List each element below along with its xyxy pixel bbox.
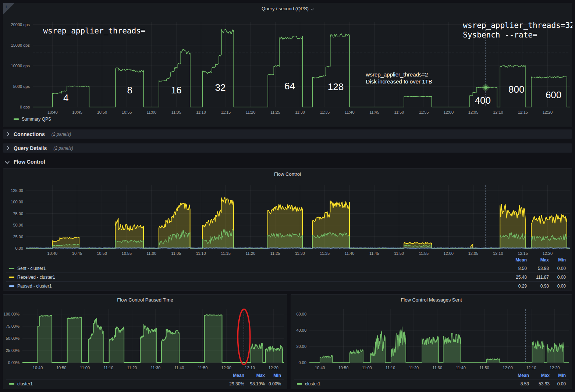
svg-text:11:50: 11:50: [394, 251, 404, 256]
svg-text:11:55: 11:55: [419, 251, 429, 256]
svg-text:11:05: 11:05: [171, 251, 181, 256]
row-header-flow-control[interactable]: Flow Control: [3, 157, 572, 166]
svg-text:11:30: 11:30: [295, 110, 305, 114]
panel-flow-control: Flow Control 10:4010:4510:5010:5511:0011…: [3, 168, 572, 291]
svg-text:20000 qps: 20000 qps: [11, 22, 30, 27]
svg-text:11:25: 11:25: [270, 251, 280, 256]
panel-title-paused-time[interactable]: Flow Control Paused Time: [3, 297, 287, 303]
svg-text:11:10: 11:10: [386, 366, 395, 370]
svg-text:12:05: 12:05: [468, 251, 479, 256]
legend-stat-value: 98.19%: [244, 381, 265, 386]
svg-text:12:15: 12:15: [518, 251, 528, 256]
svg-text:12:20: 12:20: [268, 366, 278, 370]
legend-stat-col-min[interactable]: Min: [550, 373, 566, 378]
svg-text:11:50: 11:50: [394, 110, 404, 114]
svg-text:10:50: 10:50: [97, 251, 107, 256]
messages-sent-chart[interactable]: 10:4010:5011:0011:1011:2011:3011:4011:50…: [291, 295, 572, 372]
row-header-query-details[interactable]: Query Details (2 panels): [3, 143, 572, 153]
svg-text:11:10: 11:10: [196, 110, 206, 114]
legend-label[interactable]: cluster1: [9, 381, 221, 386]
legend-stat-value: 0.00: [550, 381, 566, 386]
panel-title-flow-control[interactable]: Flow Control: [3, 171, 572, 177]
svg-text:12:20: 12:20: [550, 366, 560, 370]
svg-text:100.00: 100.00: [11, 200, 23, 204]
flow-control-chart[interactable]: 10:4010:4510:5010:5511:0011:0511:1011:15…: [3, 169, 572, 257]
svg-text:11:30: 11:30: [151, 366, 161, 370]
legend-label[interactable]: Received - cluster1: [9, 275, 494, 280]
panel-title-qps[interactable]: Query / second (QPS): [3, 6, 572, 11]
svg-text:50.00%: 50.00%: [6, 336, 20, 341]
svg-text:5000 qps: 5000 qps: [13, 84, 30, 89]
legend-label[interactable]: Sent - cluster1: [9, 266, 494, 271]
svg-text:12:10: 12:10: [493, 251, 503, 256]
svg-text:11:35: 11:35: [320, 251, 330, 256]
svg-text:0.00: 0.00: [15, 246, 23, 250]
qps-chart[interactable]: 10:4010:4510:5010:5511:0011:0511:1011:15…: [3, 3, 572, 128]
legend-stat-col-max[interactable]: Max: [529, 373, 550, 378]
panel-title-messages-sent[interactable]: Flow Control Messages Sent: [291, 297, 572, 303]
legend-stat-col-min[interactable]: Min: [549, 257, 566, 263]
svg-text:25.00%: 25.00%: [6, 348, 20, 353]
legend-stat-col-mean[interactable]: Mean: [505, 373, 529, 378]
svg-text:10000 qps: 10000 qps: [11, 64, 30, 68]
legend-stat-value: 29.30%: [221, 381, 244, 386]
svg-text:11:50: 11:50: [198, 366, 208, 370]
svg-text:0.00: 0.00: [299, 360, 306, 365]
panel-title-text: Flow Control Messages Sent: [401, 297, 462, 303]
svg-text:11:25: 11:25: [270, 110, 280, 114]
svg-text:400: 400: [475, 95, 491, 106]
svg-text:11:55: 11:55: [419, 110, 429, 114]
legend-stat-value: 53.93: [529, 381, 550, 386]
row-header-connections[interactable]: Connections (2 panels): [3, 129, 572, 139]
legend-stat-value: 53.93: [527, 266, 549, 271]
svg-text:12:00: 12:00: [443, 251, 454, 256]
legend-row: Paused - cluster10.290.980.00: [6, 281, 569, 290]
paused-time-chart[interactable]: 10:4010:5011:0011:1011:2011:3011:4011:50…: [3, 295, 288, 372]
svg-text:11:00: 11:00: [80, 366, 90, 370]
svg-text:12:15: 12:15: [518, 110, 528, 114]
row-title: Query Details: [14, 145, 47, 151]
messages-sent-legend: MeanMaxMincluster18.5353.930.00: [294, 372, 569, 388]
svg-text:12:20: 12:20: [543, 110, 553, 114]
legend-stat-value: 8.50: [494, 266, 527, 271]
legend-label[interactable]: cluster1: [297, 381, 505, 386]
svg-text:11:30: 11:30: [432, 366, 442, 370]
legend-stat-value: 0.98: [527, 284, 549, 289]
svg-text:12:10: 12:10: [526, 366, 536, 370]
row-panel-count: (2 panels): [53, 146, 73, 151]
svg-text:12:00: 12:00: [444, 110, 454, 114]
legend-stat-value: 0.00: [549, 266, 566, 271]
legend-stat-value: 25.48: [494, 275, 527, 280]
svg-text:wsrep_applier_threads=2: wsrep_applier_threads=2: [366, 71, 428, 78]
flow-control-legend: MeanMaxMinSent - cluster18.5053.930.00Re…: [6, 256, 569, 291]
svg-text:11:10: 11:10: [196, 251, 206, 256]
qps-legend: Summary QPS: [14, 117, 51, 122]
legend-stat-col-max[interactable]: Max: [527, 257, 549, 263]
svg-text:12:00: 12:00: [221, 366, 231, 370]
svg-text:wsrep_applier_threads=: wsrep_applier_threads=: [43, 26, 145, 35]
row-title: Connections: [14, 131, 45, 137]
svg-text:11:40: 11:40: [345, 251, 355, 256]
svg-text:Disk increased to over 1TB: Disk increased to over 1TB: [366, 78, 432, 85]
svg-text:11:20: 11:20: [245, 251, 255, 256]
chevron-down-icon: [5, 159, 10, 164]
legend-label[interactable]: Paused - cluster1: [9, 284, 494, 289]
svg-text:11:15: 11:15: [221, 110, 231, 114]
legend-stats-header: MeanMaxMin: [6, 256, 569, 264]
svg-text:75.00: 75.00: [13, 211, 23, 216]
svg-text:11:20: 11:20: [246, 110, 256, 114]
svg-text:50.00: 50.00: [13, 223, 23, 227]
svg-text:20.00: 20.00: [296, 344, 306, 349]
svg-text:11:00: 11:00: [147, 110, 157, 114]
legend-stat-col-mean[interactable]: Mean: [221, 373, 244, 378]
svg-text:75.00%: 75.00%: [6, 324, 20, 328]
series-color-marker: [9, 268, 14, 269]
legend-stat-col-max[interactable]: Max: [244, 373, 265, 378]
svg-text:32: 32: [215, 82, 226, 93]
legend-stat-col-mean[interactable]: Mean: [494, 257, 527, 263]
legend-stat-value: 0.00%: [265, 381, 281, 386]
svg-text:11:15: 11:15: [221, 251, 231, 256]
svg-text:10:55: 10:55: [122, 251, 132, 256]
legend-label[interactable]: Summary QPS: [22, 117, 51, 122]
legend-stat-col-min[interactable]: Min: [265, 373, 281, 378]
